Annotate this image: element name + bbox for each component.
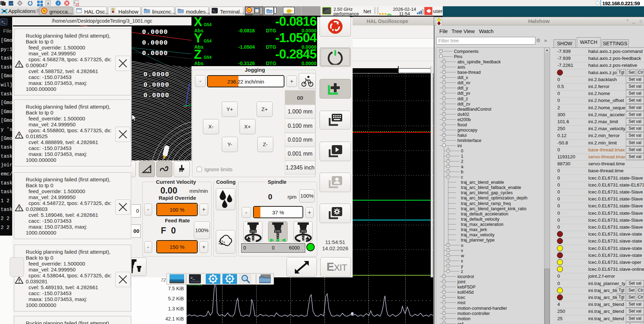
svg-text:N: N [43,9,45,13]
svg-text:>_: >_ [213,9,216,12]
svg-text:>_: >_ [1,20,6,24]
svg-text:a: a [47,1,49,5]
svg-text:N: N [248,9,251,12]
svg-text:>_: >_ [190,276,195,280]
